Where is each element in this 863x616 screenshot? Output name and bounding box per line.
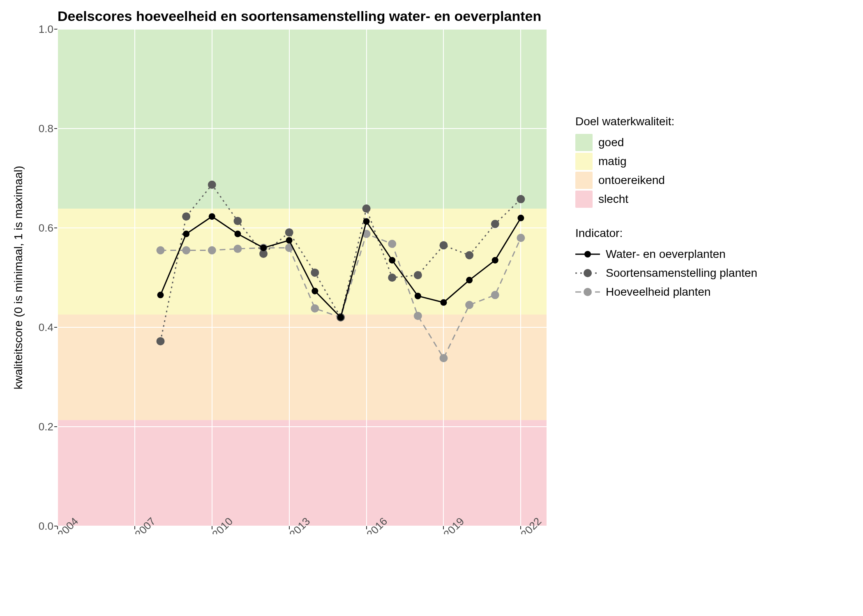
legend-series-group: Indicator: Water- en oeverplantenSoorten… — [575, 227, 757, 301]
data-point — [157, 246, 165, 254]
data-point — [312, 288, 318, 294]
data-point — [285, 228, 293, 237]
data-point — [517, 195, 525, 203]
data-point — [388, 240, 396, 248]
data-point — [414, 312, 422, 320]
data-point — [363, 218, 370, 225]
data-point — [208, 246, 216, 254]
chart-title: Deelscores hoeveelheid en soortensamenst… — [58, 8, 559, 24]
data-point — [491, 220, 499, 228]
data-point — [157, 292, 164, 298]
data-point — [182, 212, 190, 221]
data-point — [208, 181, 216, 189]
data-point — [491, 291, 499, 299]
plot-area: kwaliteitscore (0 is minimaal, 1 is maxi… — [58, 29, 547, 526]
data-point — [233, 245, 242, 253]
legend-swatch — [575, 134, 593, 151]
data-point — [260, 244, 267, 251]
data-point — [439, 354, 448, 362]
data-point — [234, 231, 241, 237]
legend-label: ontoereikend — [598, 174, 665, 187]
legend-label: slecht — [598, 193, 628, 206]
legend-key — [575, 286, 600, 298]
legend-swatch — [575, 172, 593, 189]
data-point — [440, 299, 447, 306]
data-point — [286, 237, 293, 244]
data-point — [337, 314, 344, 321]
legend-band-matig: matig — [575, 153, 757, 170]
svg-point-3 — [584, 269, 592, 277]
legend-series-item: Hoeveelheid planten — [575, 283, 757, 301]
data-point — [157, 337, 165, 345]
legend-series-item: Water- en oeverplanten — [575, 246, 757, 263]
data-point — [233, 217, 242, 225]
legend-label: goed — [598, 136, 624, 149]
legend-key — [575, 248, 600, 260]
svg-point-1 — [584, 251, 591, 257]
data-point — [415, 293, 421, 299]
legend-swatch — [575, 191, 593, 208]
legend-label: Water- en oeverplanten — [606, 248, 726, 261]
data-point — [183, 231, 189, 237]
data-point — [465, 301, 473, 309]
data-point — [517, 234, 525, 242]
legend-key — [575, 267, 600, 279]
data-point — [414, 271, 422, 279]
svg-point-5 — [584, 288, 592, 296]
data-point — [517, 215, 524, 221]
data-point — [388, 274, 396, 282]
chart-block: Deelscores hoeveelheid en soortensamenst… — [8, 8, 559, 526]
data-point — [466, 277, 473, 283]
data-point — [492, 257, 498, 264]
legend: Doel waterkwaliteit: goedmatigontoereike… — [575, 115, 757, 319]
legend-bands-group: Doel waterkwaliteit: goedmatigontoereike… — [575, 115, 757, 208]
data-point — [311, 304, 319, 313]
chart-container: Deelscores hoeveelheid en soortensamenst… — [8, 8, 855, 526]
legend-band-goed: goed — [575, 134, 757, 151]
legend-bands-title: Doel waterkwaliteit: — [575, 115, 757, 128]
data-point — [465, 251, 473, 260]
data-point — [439, 241, 448, 249]
legend-band-ontoereikend: ontoereikend — [575, 172, 757, 189]
data-point — [209, 213, 215, 220]
data-point — [389, 257, 395, 264]
data-point — [362, 205, 371, 213]
legend-label: matig — [598, 155, 626, 168]
legend-series-title: Indicator: — [575, 227, 757, 240]
data-point — [182, 246, 190, 254]
legend-band-slecht: slecht — [575, 191, 757, 208]
legend-label: Soortensamenstelling planten — [606, 267, 757, 280]
data-point — [311, 269, 319, 277]
series-layer — [58, 29, 547, 526]
legend-series-item: Soortensamenstelling planten — [575, 264, 757, 282]
y-axis-title: kwaliteitscore (0 is minimaal, 1 is maxi… — [12, 166, 25, 390]
legend-label: Hoeveelheid planten — [606, 285, 711, 299]
legend-swatch — [575, 153, 593, 170]
